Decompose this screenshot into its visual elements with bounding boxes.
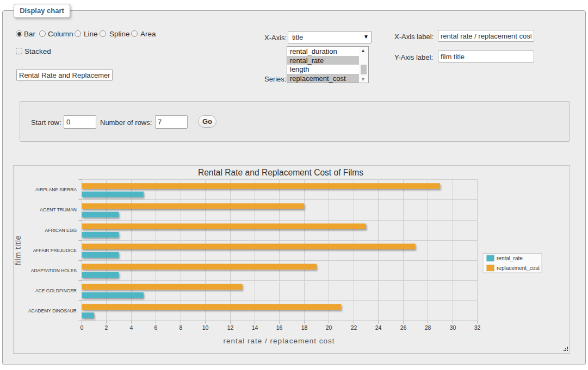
svg-text:AFFAIR PREJUDICE: AFFAIR PREJUDICE xyxy=(33,248,77,253)
svg-text:22: 22 xyxy=(351,324,357,331)
svg-text:AFRICAN EGG: AFRICAN EGG xyxy=(45,228,77,233)
svg-text:AIRPLANE SIERRA: AIRPLANE SIERRA xyxy=(35,187,77,192)
svg-text:ACADEMY DINOSAUR: ACADEMY DINOSAUR xyxy=(28,308,77,313)
svg-text:12: 12 xyxy=(227,324,234,331)
svg-text:film title: film title xyxy=(14,235,22,265)
svg-text:Rental Rate and Replacement Co: Rental Rate and Replacement Cost of Film… xyxy=(198,168,363,177)
svg-text:32: 32 xyxy=(474,324,481,331)
svg-text:18: 18 xyxy=(301,324,308,331)
svg-text:6: 6 xyxy=(154,324,158,331)
svg-text:replacement_cost: replacement_cost xyxy=(497,265,540,271)
svg-text:8: 8 xyxy=(180,324,183,331)
svg-text:AGENT TRUMAN: AGENT TRUMAN xyxy=(40,207,77,212)
svg-text:14: 14 xyxy=(252,324,258,331)
svg-text:0: 0 xyxy=(81,324,84,331)
svg-text:30: 30 xyxy=(450,324,456,331)
svg-text:ACE GOLDFINGER: ACE GOLDFINGER xyxy=(35,288,77,293)
svg-text:10: 10 xyxy=(202,324,209,331)
svg-text:26: 26 xyxy=(400,324,407,331)
svg-text:ADAPTATION HOLES: ADAPTATION HOLES xyxy=(31,268,77,273)
svg-text:4: 4 xyxy=(130,324,133,331)
svg-text:20: 20 xyxy=(326,324,332,331)
svg-text:28: 28 xyxy=(425,324,431,331)
svg-text:24: 24 xyxy=(375,324,382,331)
svg-text:2: 2 xyxy=(105,324,108,331)
svg-text:rental rate / replacement cost: rental rate / replacement cost xyxy=(224,337,335,345)
svg-text:rental_rate: rental_rate xyxy=(497,255,523,261)
svg-text:16: 16 xyxy=(276,324,283,331)
